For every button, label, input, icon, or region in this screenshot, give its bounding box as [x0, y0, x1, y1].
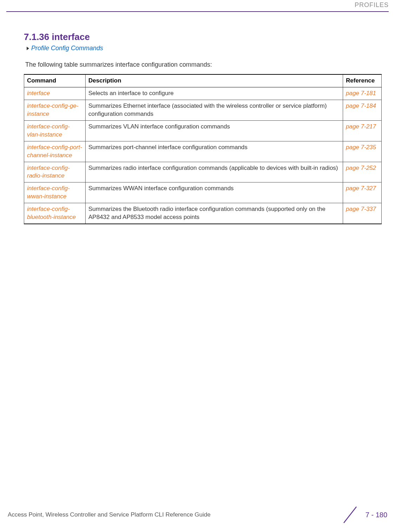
page-number: 7 - 180 — [366, 511, 387, 519]
description-cell: Summarizes VLAN interface configuration … — [86, 120, 343, 141]
header-reference: Reference — [343, 74, 382, 87]
command-link[interactable]: interface-config-bluetooth-instance — [27, 206, 76, 220]
description-cell: Summarizes the Bluetooth radio interface… — [86, 203, 343, 224]
table-row: interface-config-port-channel-instance S… — [24, 141, 382, 162]
table-row: interface Selects an interface to config… — [24, 87, 382, 100]
command-link[interactable]: interface-config-vlan-instance — [27, 123, 70, 138]
guide-title: Access Point, Wireless Controller and Se… — [8, 511, 210, 518]
command-link[interactable]: interface — [27, 90, 50, 97]
command-link[interactable]: interface-config-radio-instance — [27, 165, 70, 179]
slash-icon — [340, 506, 361, 524]
breadcrumb-label: Profile Config Commands — [31, 45, 103, 52]
command-link[interactable]: interface-config-ge-instance — [27, 102, 78, 117]
description-cell: Summarizes Ethernet interface (associate… — [86, 100, 343, 120]
reference-link[interactable]: page 7-337 — [346, 206, 376, 212]
section-label: PROFILES — [355, 1, 389, 9]
description-cell: Summarizes WWAN interface configuration … — [86, 182, 343, 203]
table-row: interface-config-vlan-instance Summarize… — [24, 120, 382, 141]
description-cell: Summarizes port-channel interface config… — [86, 141, 343, 162]
command-link[interactable]: interface-config-port-channel-instance — [27, 144, 82, 159]
intro-text: The following table summarizes interface… — [25, 61, 382, 68]
table-row: interface-config-radio-instance Summariz… — [24, 162, 382, 182]
content-area: 7.1.36 interface Profile Config Commands… — [24, 32, 382, 224]
description-cell: Selects an interface to configure — [86, 87, 343, 100]
header-rule — [6, 11, 389, 12]
breadcrumb[interactable]: Profile Config Commands — [27, 45, 382, 52]
page-number-box: 7 - 180 — [340, 506, 387, 524]
reference-link[interactable]: page 7-184 — [346, 102, 376, 109]
command-link[interactable]: interface-config-wwan-instance — [27, 185, 70, 200]
arrow-right-icon — [27, 47, 29, 50]
table-row: interface-config-ge-instance Summarizes … — [24, 100, 382, 120]
svg-line-0 — [344, 507, 356, 523]
table-header-row: Command Description Reference — [24, 74, 382, 87]
section-heading: 7.1.36 interface — [24, 32, 382, 42]
table-row: interface-config-wwan-instance Summarize… — [24, 182, 382, 203]
reference-link[interactable]: page 7-252 — [346, 165, 376, 171]
header-command: Command — [24, 74, 86, 87]
description-cell: Summarizes radio interface configuration… — [86, 162, 343, 182]
table-row: interface-config-bluetooth-instance Summ… — [24, 203, 382, 224]
header-description: Description — [86, 74, 343, 87]
reference-link[interactable]: page 7-235 — [346, 144, 376, 151]
footer: Access Point, Wireless Controller and Se… — [8, 506, 387, 524]
reference-link[interactable]: page 7-327 — [346, 185, 376, 192]
commands-table: Command Description Reference interface … — [24, 74, 382, 224]
reference-link[interactable]: page 7-181 — [346, 90, 376, 97]
reference-link[interactable]: page 7-217 — [346, 123, 376, 130]
